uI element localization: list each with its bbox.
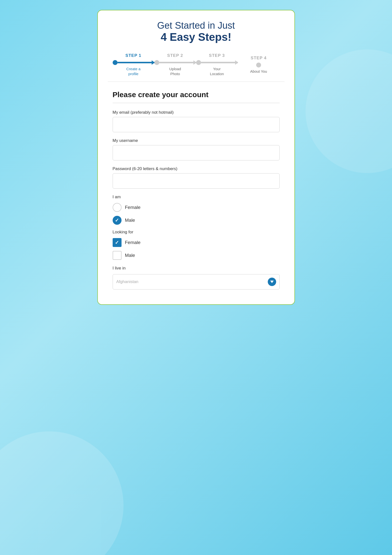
gender-radio-group: Female Male — [113, 203, 280, 225]
location-label: I live in — [113, 266, 280, 271]
form-section: Please create your account My email (pre… — [98, 82, 294, 294]
looking-male-label: Male — [125, 253, 135, 258]
gender-female-radio[interactable] — [113, 203, 122, 212]
email-input[interactable] — [113, 117, 280, 132]
step-2: STEP 2 UploadPhoto — [154, 53, 196, 77]
step-2-label: STEP 2 — [167, 53, 183, 58]
location-select[interactable]: Afghanistan Albania Algeria Andorra Ango… — [113, 274, 280, 289]
step-2-dot — [154, 60, 159, 65]
gender-female-label: Female — [125, 205, 141, 210]
step-2-indicator — [154, 60, 196, 65]
gender-female-option[interactable]: Female — [113, 203, 280, 212]
email-label: My email (preferably not hotmail) — [113, 110, 280, 115]
registration-card: Get Started in Just 4 Easy Steps! STEP 1… — [97, 10, 295, 305]
step-4-indicator — [238, 63, 280, 67]
password-label: Password (6-20 letters & numbers) — [113, 166, 280, 171]
looking-female-label: Female — [125, 240, 141, 245]
step-1: STEP 1 Create aprofile — [113, 53, 154, 77]
looking-for-label: Looking for — [113, 230, 280, 235]
step-3-connector — [201, 62, 238, 63]
step-1-label: STEP 1 — [125, 53, 141, 58]
looking-female-option[interactable]: Female — [113, 238, 280, 247]
step-4: STEP 4 About You — [238, 56, 280, 74]
step-1-dot — [113, 60, 118, 65]
gender-label: I am — [113, 195, 280, 200]
gender-male-option[interactable]: Male — [113, 216, 280, 225]
step-4-label: STEP 4 — [251, 56, 267, 61]
card-header: Get Started in Just 4 Easy Steps! — [98, 10, 294, 51]
steps-wrapper: STEP 1 Create aprofile STEP 2 UploadPhot… — [98, 51, 294, 82]
step-3-label: STEP 3 — [209, 53, 225, 58]
form-title: Please create your account — [113, 90, 280, 99]
looking-for-checkbox-group: Female Male — [113, 238, 280, 260]
step-3-dot — [196, 60, 201, 65]
step-1-indicator — [113, 60, 154, 65]
form-divider — [113, 103, 280, 103]
header-line1: Get Started in Just — [108, 20, 285, 31]
step-2-connector — [159, 62, 196, 63]
step-4-dot — [256, 63, 261, 67]
password-input[interactable] — [113, 173, 280, 189]
step-1-connector — [118, 62, 154, 63]
gender-male-radio[interactable] — [113, 216, 122, 225]
username-label: My username — [113, 138, 280, 143]
username-input[interactable] — [113, 145, 280, 160]
step-3-indicator — [196, 60, 238, 65]
step-4-desc: About You — [250, 69, 267, 74]
steps-row: STEP 1 Create aprofile STEP 2 UploadPhot… — [113, 53, 280, 77]
step-3-desc: YourLocation — [210, 67, 224, 77]
gender-male-label: Male — [125, 218, 135, 223]
step-3: STEP 3 YourLocation — [196, 53, 238, 77]
looking-female-checkbox[interactable] — [113, 238, 122, 247]
step-1-desc: Create aprofile — [126, 67, 141, 77]
header-line2: 4 Easy Steps! — [108, 31, 285, 43]
location-select-wrapper: Afghanistan Albania Algeria Andorra Ango… — [113, 274, 280, 289]
looking-male-option[interactable]: Male — [113, 251, 280, 260]
looking-male-checkbox[interactable] — [113, 251, 122, 260]
step-2-desc: UploadPhoto — [169, 67, 181, 77]
